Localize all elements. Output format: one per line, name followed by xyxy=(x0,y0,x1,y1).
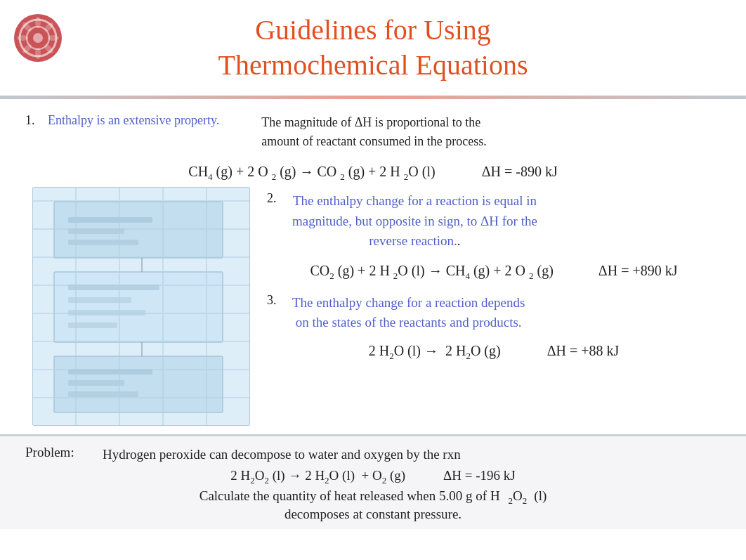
svg-point-6 xyxy=(48,35,59,41)
problem-row: Problem: Hydrogen peroxide can decompose… xyxy=(25,445,721,465)
diagram-svg xyxy=(33,188,250,426)
prob-calc-formula: 2O2 xyxy=(509,488,528,507)
svg-rect-25 xyxy=(68,369,152,375)
prob-calc-state: (l) xyxy=(534,488,547,504)
svg-rect-26 xyxy=(68,380,124,386)
guideline-2: 2. The enthalpy change for a reaction is… xyxy=(267,191,721,252)
guideline-3-number: 3. xyxy=(267,293,289,308)
prob-eq-delta-h: ΔH = -196 kJ xyxy=(443,468,516,483)
svg-rect-23 xyxy=(68,310,145,315)
problem-desc: Hydrogen peroxide can decompose to water… xyxy=(103,445,461,465)
bottom-section: Problem: Hydrogen peroxide can decompose… xyxy=(0,436,746,529)
guideline-2-text: The enthalpy change for a reaction is eq… xyxy=(292,191,537,252)
equation-2-row: CO2 (g) + 2 H 2O (l) → CH4 (g) + 2 O 2 (… xyxy=(267,263,721,282)
svg-point-3 xyxy=(33,33,43,43)
prob-eq-left: 2 H2O2 (l) → 2 H2O (l) + O2 (g) xyxy=(230,468,405,486)
guideline-1-desc: The magnitude of ΔH is proportional to t… xyxy=(261,113,486,151)
svg-rect-13 xyxy=(54,202,223,258)
eq3-delta-h: ΔH = +88 kJ xyxy=(547,343,620,359)
svg-rect-21 xyxy=(68,285,159,290)
svg-rect-20 xyxy=(68,240,138,245)
page-title: Guidelines for Using Thermochemical Equa… xyxy=(7,13,739,83)
eq1-delta-h: ΔH = -890 kJ xyxy=(482,164,558,180)
problem-calc: Calculate the quantity of heat released … xyxy=(25,488,721,507)
main-layout: 2. The enthalpy change for a reaction is… xyxy=(25,187,721,426)
diagram-image xyxy=(32,187,250,426)
svg-point-8 xyxy=(35,48,41,59)
header: Guidelines for Using Thermochemical Equa… xyxy=(0,0,746,90)
eq2-delta-h: ΔH = +890 kJ xyxy=(598,263,678,279)
equation-3-row: 2 H2O (l) → 2 H2O (g) ΔH = +88 kJ xyxy=(267,343,721,362)
problem-label: Problem: xyxy=(25,445,89,460)
svg-rect-12 xyxy=(33,188,250,426)
eq3-left: 2 H2O (l) → 2 H2O (g) xyxy=(369,343,501,362)
svg-rect-22 xyxy=(68,297,131,303)
eq2-left: CO2 (g) + 2 H 2O (l) → CH4 (g) + 2 O 2 (… xyxy=(310,263,554,282)
svg-rect-19 xyxy=(68,228,124,234)
svg-rect-24 xyxy=(68,323,117,328)
guideline-3: 3. The enthalpy change for a reaction de… xyxy=(267,293,721,333)
right-content: 2. The enthalpy change for a reaction is… xyxy=(250,187,721,426)
guideline-2-period: . xyxy=(457,233,461,248)
guideline-2-number: 2. xyxy=(267,191,289,206)
problem-equation: 2 H2O2 (l) → 2 H2O (l) + O2 (g) ΔH = -19… xyxy=(25,468,721,486)
svg-rect-27 xyxy=(68,391,138,397)
prob-calc-sub2: 2 xyxy=(523,495,528,506)
guideline-1-row: 1. Enthalpy is an extensive property. Th… xyxy=(25,113,721,151)
svg-point-10 xyxy=(17,35,28,41)
eq1-left: CH4 (g) + 2 O 2 (g) → CO 2 (g) + 2 H 2O … xyxy=(188,164,435,183)
guideline-1-number: 1. xyxy=(25,113,48,128)
problem-calc-line2: decomposes at constant pressure. xyxy=(25,507,721,522)
svg-rect-15 xyxy=(54,356,223,412)
logo-icon xyxy=(13,13,63,63)
svg-rect-14 xyxy=(54,272,223,342)
prob-calc-text: Calculate the quantity of heat released … xyxy=(199,488,500,504)
guideline-1-blue-text: Enthalpy is an extensive property. xyxy=(48,113,219,128)
main-content: 1. Enthalpy is an extensive property. Th… xyxy=(0,99,746,426)
svg-rect-18 xyxy=(68,217,152,223)
equation-1-row: CH4 (g) + 2 O 2 (g) → CO 2 (g) + 2 H 2O … xyxy=(25,164,721,183)
guideline-3-text: The enthalpy change for a reaction depen… xyxy=(292,293,525,333)
svg-point-4 xyxy=(35,17,41,28)
